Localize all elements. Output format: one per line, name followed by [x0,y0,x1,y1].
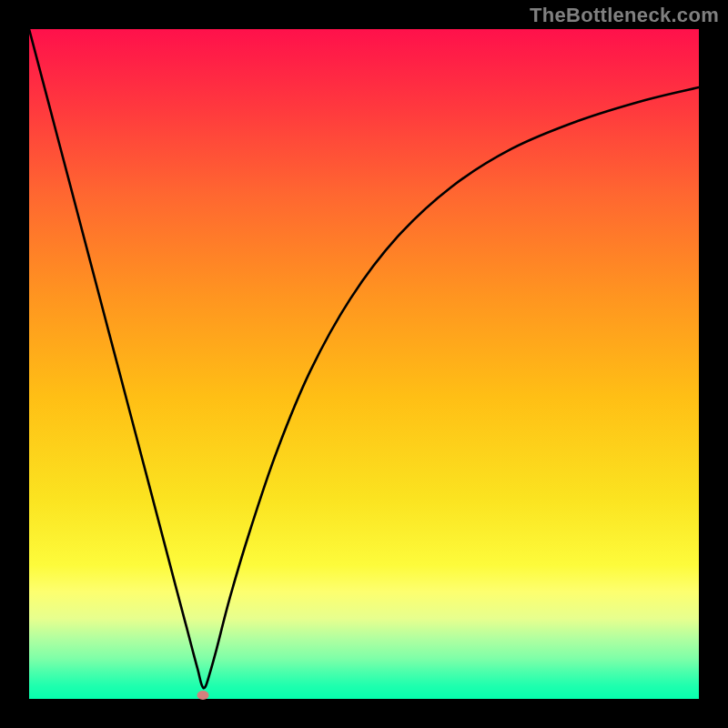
optimum-marker [197,691,209,700]
attribution-label: TheBottleneck.com [530,4,719,27]
chart-frame: TheBottleneck.com [0,0,728,728]
plot-area [29,29,699,699]
curve-path [29,29,699,688]
bottleneck-curve [29,29,699,699]
